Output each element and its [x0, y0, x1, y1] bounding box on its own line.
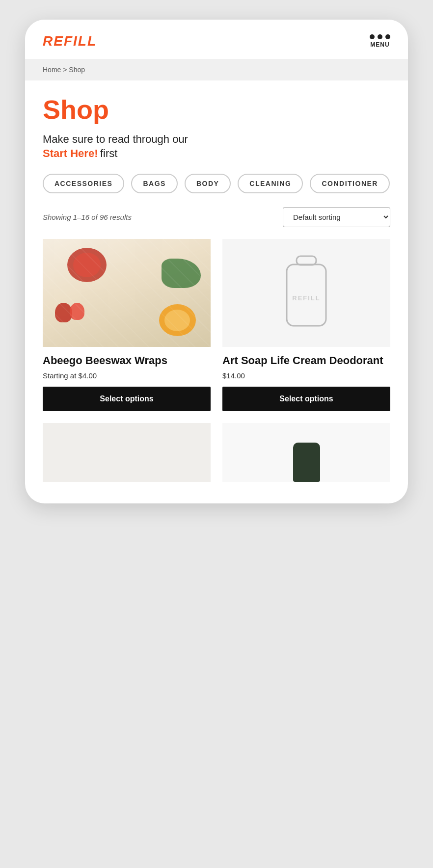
product-image-2[interactable]: REFILL [222, 239, 390, 347]
select-options-button-2[interactable]: Select options [222, 387, 390, 411]
results-row: Showing 1–16 of 96 results Default sorti… [43, 207, 390, 227]
product-price-1: Starting at $4.00 [43, 371, 211, 380]
filter-tag-accessories[interactable]: ACCESSORIES [43, 174, 124, 193]
filter-tag-bags[interactable]: BAGS [131, 174, 177, 193]
subtitle-area: Make sure to read through our Start Here… [43, 132, 390, 160]
product-grid-bottom [43, 423, 390, 489]
refill-bottle-svg: REFILL [279, 254, 333, 332]
logo: REFILL [43, 33, 97, 49]
filter-tag-conditioner[interactable]: CONDITIONER [310, 174, 390, 193]
product-name-1: Abeego Beeswax Wraps [43, 354, 211, 368]
results-count: Showing 1–16 of 96 results [43, 213, 132, 221]
svg-rect-0 [297, 256, 316, 265]
svg-text:REFILL: REFILL [292, 294, 321, 302]
header: REFILL MENU [25, 20, 408, 59]
start-here-link[interactable]: Start Here! [43, 147, 98, 159]
partial-product-card-2 [222, 423, 390, 489]
select-options-button-1[interactable]: Select options [43, 387, 211, 411]
dot-3 [385, 34, 390, 39]
breadcrumb-text: Home > Shop [43, 66, 85, 74]
sort-select[interactable]: Default sorting Sort by popularity Sort … [283, 207, 390, 227]
product-image-1[interactable] [43, 239, 211, 347]
dot-2 [378, 34, 382, 39]
menu-dots [370, 34, 390, 39]
product-card-1: Abeego Beeswax Wraps Starting at $4.00 S… [43, 239, 211, 411]
page-title: Shop [43, 95, 390, 124]
main-content: Shop Make sure to read through our Start… [25, 80, 408, 503]
refill-placeholder: REFILL [222, 239, 390, 347]
dot-1 [370, 34, 375, 39]
product-price-2: $14.00 [222, 371, 390, 380]
phone-frame: REFILL MENU Home > Shop Shop Make sure t… [25, 20, 408, 503]
product-card-2: REFILL Art Soap Life Cream Deodorant $14… [222, 239, 390, 411]
partial-product-card-1 [43, 423, 211, 489]
menu-label: MENU [370, 41, 389, 48]
filter-tag-cleaning[interactable]: CLEANING [238, 174, 303, 193]
partial-product-image-2 [222, 423, 390, 482]
product-name-2: Art Soap Life Cream Deodorant [222, 354, 390, 368]
filter-tags: ACCESSORIES BAGS BODY CLEANING CONDITION… [43, 174, 390, 193]
breadcrumb: Home > Shop [25, 59, 408, 80]
menu-button[interactable]: MENU [370, 34, 390, 48]
partial-product-image-1 [43, 423, 211, 482]
filter-tag-body[interactable]: BODY [185, 174, 231, 193]
product-grid: Abeego Beeswax Wraps Starting at $4.00 S… [43, 239, 390, 411]
subtitle-after: first [100, 147, 117, 159]
subtitle-before: Make sure to read through our [43, 133, 188, 145]
